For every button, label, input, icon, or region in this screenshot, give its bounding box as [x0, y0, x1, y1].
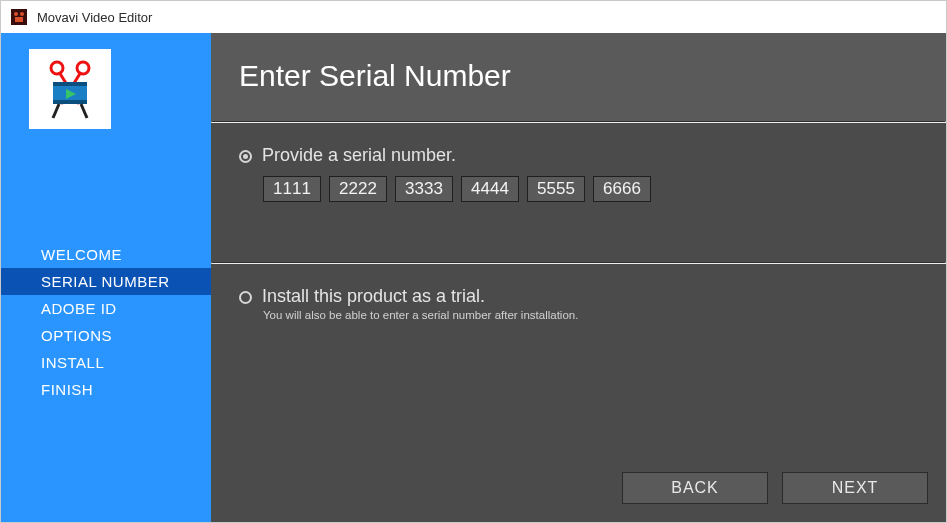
header-block: Enter Serial Number [211, 33, 946, 121]
serial-part-4[interactable] [461, 176, 519, 202]
app-title: Movavi Video Editor [37, 10, 152, 25]
option-trial-note: You will also be able to enter a serial … [263, 309, 918, 321]
option-trial-label: Install this product as a trial. [262, 286, 485, 307]
product-logo [29, 49, 111, 129]
radio-serial[interactable] [239, 150, 252, 163]
serial-part-3[interactable] [395, 176, 453, 202]
sidebar: WELCOME SERIAL NUMBER ADOBE ID OPTIONS I… [1, 33, 211, 522]
serial-part-1[interactable] [263, 176, 321, 202]
option-serial-row[interactable]: Provide a serial number. [239, 145, 918, 166]
nav-serial-number[interactable]: SERIAL NUMBER [1, 268, 211, 295]
serial-part-5[interactable] [527, 176, 585, 202]
svg-point-1 [14, 12, 18, 16]
serial-part-2[interactable] [329, 176, 387, 202]
scissors-camera-icon [39, 58, 101, 120]
nav-adobe-id[interactable]: ADOBE ID [1, 295, 211, 322]
page-title: Enter Serial Number [239, 59, 918, 93]
svg-line-12 [53, 104, 59, 118]
main: Enter Serial Number Provide a serial num… [211, 33, 946, 522]
option-trial-row[interactable]: Install this product as a trial. [239, 286, 918, 307]
nav: WELCOME SERIAL NUMBER ADOBE ID OPTIONS I… [1, 241, 211, 403]
app-icon [11, 9, 27, 25]
svg-rect-3 [15, 17, 23, 22]
installer-window: Movavi Video Editor WELCOME [0, 0, 947, 523]
serial-inputs [263, 176, 918, 202]
body: WELCOME SERIAL NUMBER ADOBE ID OPTIONS I… [1, 33, 946, 522]
svg-point-5 [77, 62, 89, 74]
svg-point-2 [20, 12, 24, 16]
nav-welcome[interactable]: WELCOME [1, 241, 211, 268]
svg-rect-10 [53, 100, 87, 104]
option-trial-section: Install this product as a trial. You wil… [211, 264, 946, 401]
option-serial-label: Provide a serial number. [262, 145, 456, 166]
footer: BACK NEXT [211, 472, 946, 522]
nav-finish[interactable]: FINISH [1, 376, 211, 403]
titlebar: Movavi Video Editor [1, 1, 946, 33]
option-serial-section: Provide a serial number. [211, 123, 946, 262]
back-button[interactable]: BACK [622, 472, 768, 504]
next-button[interactable]: NEXT [782, 472, 928, 504]
svg-line-13 [81, 104, 87, 118]
serial-part-6[interactable] [593, 176, 651, 202]
radio-trial[interactable] [239, 291, 252, 304]
svg-point-4 [51, 62, 63, 74]
nav-options[interactable]: OPTIONS [1, 322, 211, 349]
svg-rect-9 [53, 82, 87, 86]
nav-install[interactable]: INSTALL [1, 349, 211, 376]
